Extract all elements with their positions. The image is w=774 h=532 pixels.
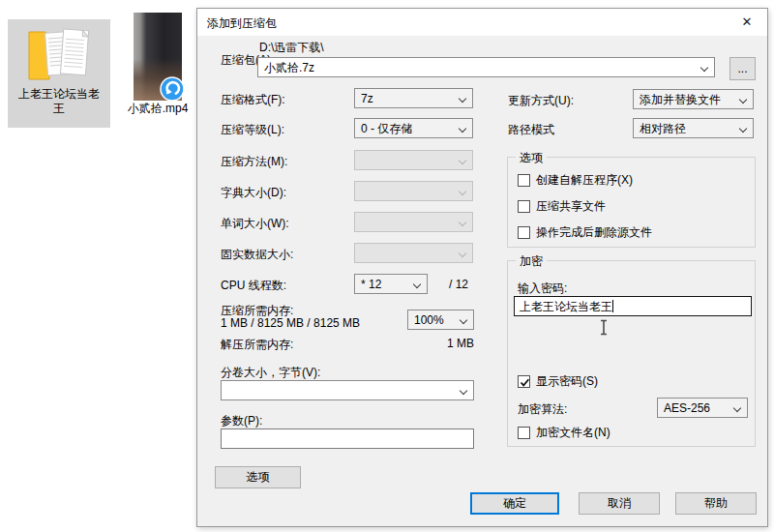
folder-icon xyxy=(25,24,93,84)
memory-percent-combobox[interactable]: 100% xyxy=(407,310,474,330)
close-icon[interactable]: ✕ xyxy=(727,9,767,36)
encrypt-names-checkbox-row[interactable]: 加密文件名(N) xyxy=(518,425,610,441)
archive-name-value: 小贰拾.7z xyxy=(264,61,314,74)
cpu-threads-label: CPU 线程数: xyxy=(221,278,286,294)
update-mode-label: 更新方式(U): xyxy=(508,93,574,109)
cancel-button[interactable]: 取消 xyxy=(579,492,660,515)
media-player-overlay-icon xyxy=(160,76,185,102)
encryption-groupbox: 加密 输入密码: 上老王论坛当老王 显示密码(S) 加密算法: AES-256 … xyxy=(507,260,756,447)
shared-files-checkbox-row[interactable]: 压缩共享文件 xyxy=(518,198,606,215)
chevron-down-icon[interactable] xyxy=(733,404,741,412)
archive-dir-text: D:\迅雷下载\ xyxy=(259,40,324,56)
delete-after-checkbox[interactable] xyxy=(518,226,530,239)
path-mode-value: 相对路径 xyxy=(640,122,686,135)
solid-block-label: 固实数据大小: xyxy=(221,247,293,263)
update-mode-combobox[interactable]: 添加并替换文件 xyxy=(633,89,754,109)
password-input[interactable]: 上老王论坛当老王 xyxy=(514,296,752,316)
cpu-threads-max-text: / 12 xyxy=(449,278,468,291)
path-mode-label: 路径模式 xyxy=(508,122,554,138)
options-group-title: 选项 xyxy=(516,150,547,166)
chevron-down-icon xyxy=(459,219,466,226)
create-sfx-label: 创建自解压程序(X) xyxy=(536,172,633,189)
volume-size-label: 分卷大小，字节(V): xyxy=(221,365,320,381)
chevron-down-icon xyxy=(459,250,466,257)
level-combobox[interactable]: 0 - 仅存储 xyxy=(354,118,473,138)
method-label: 压缩方法(M): xyxy=(221,154,287,170)
dialog-titlebar[interactable]: 添加到压缩包 ✕ xyxy=(197,9,767,36)
memory-percent-value: 100% xyxy=(414,313,444,327)
ok-button[interactable]: 确定 xyxy=(470,492,559,515)
volume-size-combobox[interactable] xyxy=(221,380,474,400)
level-label: 压缩等级(L): xyxy=(221,122,284,138)
chevron-down-icon[interactable] xyxy=(459,125,466,133)
text-caret xyxy=(612,300,613,312)
parameters-label: 参数(P): xyxy=(221,413,262,429)
help-button[interactable]: 帮助 xyxy=(675,492,757,515)
chevron-down-icon[interactable] xyxy=(739,96,747,103)
decompress-memory-value: 1 MB xyxy=(391,337,474,350)
archive-name-combobox[interactable]: 小贰拾.7z xyxy=(257,57,715,77)
encrypt-names-label: 加密文件名(N) xyxy=(536,425,610,441)
cpu-threads-combobox[interactable]: * 12 xyxy=(354,274,428,294)
desktop-folder-item[interactable]: 上老王论坛当老王 xyxy=(8,19,110,128)
encryption-group-title: 加密 xyxy=(516,253,547,270)
chevron-down-icon[interactable] xyxy=(459,95,466,103)
show-password-checkbox-row[interactable]: 显示密码(S) xyxy=(518,373,598,390)
video-label: 小贰拾.mp4 xyxy=(114,102,201,116)
folder-label: 上老王论坛当老王 xyxy=(15,87,104,116)
show-password-label: 显示密码(S) xyxy=(536,373,598,390)
method-combobox xyxy=(354,150,473,170)
options-groupbox: 选项 创建自解压程序(X) 压缩共享文件 操作完成后删除源文件 xyxy=(507,157,756,248)
shared-files-checkbox[interactable] xyxy=(518,200,530,213)
decompress-memory-label: 解压所需内存: xyxy=(221,337,293,353)
browse-button[interactable]: ... xyxy=(729,57,756,80)
chevron-down-icon xyxy=(459,188,466,195)
path-mode-combobox[interactable]: 相对路径 xyxy=(633,118,754,138)
encryption-method-label: 加密算法: xyxy=(518,401,567,418)
encryption-method-value: AES-256 xyxy=(664,401,710,415)
chevron-down-icon[interactable] xyxy=(460,387,467,395)
word-size-label: 单词大小(W): xyxy=(221,216,289,232)
enter-password-label: 输入密码: xyxy=(518,281,567,297)
password-value: 上老王论坛当老王 xyxy=(520,300,612,313)
shared-files-label: 压缩共享文件 xyxy=(536,198,606,215)
delete-after-label: 操作完成后删除源文件 xyxy=(536,224,652,241)
chevron-down-icon[interactable] xyxy=(700,64,708,72)
delete-after-checkbox-row[interactable]: 操作完成后删除源文件 xyxy=(518,224,652,241)
parameters-input[interactable] xyxy=(221,429,474,449)
chevron-down-icon[interactable] xyxy=(460,316,467,324)
chevron-down-icon xyxy=(459,157,466,164)
solid-block-combobox xyxy=(354,243,473,263)
checkmark-icon xyxy=(519,376,531,389)
format-combobox[interactable]: 7z xyxy=(354,88,473,108)
dialog-title: 添加到压缩包 xyxy=(207,15,277,32)
create-sfx-checkbox-row[interactable]: 创建自解压程序(X) xyxy=(518,172,633,189)
format-label: 压缩格式(F): xyxy=(221,92,285,108)
options-button[interactable]: 选项 xyxy=(215,466,301,488)
dictionary-combobox xyxy=(354,181,473,201)
compress-memory-value: 1 MB / 8125 MB / 8125 MB xyxy=(221,316,360,330)
create-sfx-checkbox[interactable] xyxy=(518,174,530,187)
chevron-down-icon[interactable] xyxy=(413,281,421,288)
cpu-threads-value: * 12 xyxy=(361,278,381,291)
dictionary-label: 字典大小(D): xyxy=(221,185,286,201)
level-value: 0 - 仅存储 xyxy=(361,122,412,135)
update-mode-value: 添加并替换文件 xyxy=(640,93,721,106)
add-to-archive-dialog: 添加到压缩包 ✕ 压缩包(A) D:\迅雷下载\ 小贰拾.7z ... 压缩格式… xyxy=(196,8,768,527)
format-value: 7z xyxy=(361,92,373,105)
ibeam-cursor-icon xyxy=(599,319,609,336)
chevron-down-icon[interactable] xyxy=(739,125,747,133)
word-size-combobox xyxy=(354,212,473,232)
encryption-method-combobox[interactable]: AES-256 xyxy=(657,398,748,418)
encrypt-names-checkbox[interactable] xyxy=(518,427,530,439)
show-password-checkbox[interactable] xyxy=(518,375,530,388)
